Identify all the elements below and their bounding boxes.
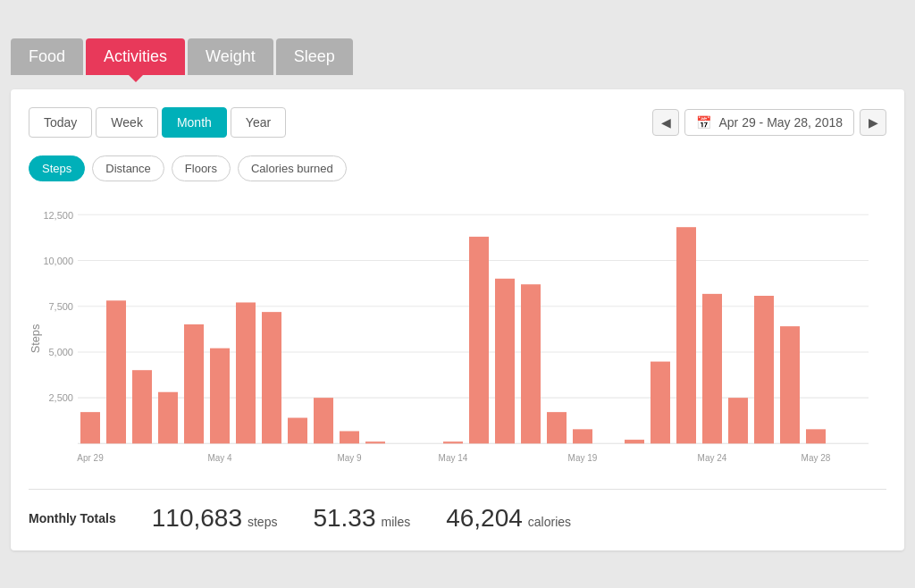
period-today[interactable]: Today	[29, 107, 92, 138]
bar-apr29	[80, 412, 100, 443]
bar-may5	[236, 302, 256, 443]
svg-text:5,000: 5,000	[48, 346, 73, 357]
bar-may25	[728, 398, 748, 443]
steps-value: 110,683	[152, 504, 242, 533]
svg-text:Steps: Steps	[29, 323, 42, 353]
main-card: Today Week Month Year ◀ 📅 Apr 29 - May 2…	[11, 89, 904, 550]
nav-tab-activities[interactable]: Activities	[86, 38, 185, 75]
bar-may3	[184, 324, 204, 443]
bar-may15	[469, 236, 489, 442]
nav-tab-weight[interactable]: Weight	[188, 38, 273, 75]
svg-text:Apr 29: Apr 29	[77, 452, 104, 462]
svg-text:May 14: May 14	[439, 452, 468, 462]
metric-tab-calories[interactable]: Calories burned	[238, 155, 347, 181]
miles-unit: miles	[382, 515, 411, 529]
date-range-display: 📅 Apr 29 - May 28, 2018	[684, 109, 854, 136]
bar-may8	[314, 398, 333, 443]
svg-text:7,500: 7,500	[48, 300, 73, 311]
calories-value: 46,204	[446, 504, 523, 533]
bar-may27	[780, 326, 800, 443]
period-year[interactable]: Year	[231, 107, 286, 138]
bar-may2	[158, 391, 178, 443]
nav-tab-food[interactable]: Food	[11, 38, 83, 75]
bar-may7	[288, 417, 307, 443]
total-miles: 51.33 miles	[313, 504, 410, 533]
metric-tab-distance[interactable]: Distance	[92, 155, 164, 181]
svg-text:May 28: May 28	[802, 452, 831, 462]
next-date-button[interactable]: ▶	[860, 109, 886, 136]
date-nav: ◀ 📅 Apr 29 - May 28, 2018 ▶	[652, 109, 886, 136]
bar-may18	[547, 412, 567, 443]
period-month[interactable]: Month	[162, 107, 227, 138]
miles-value: 51.33	[313, 504, 375, 533]
bar-may26	[754, 296, 774, 443]
bar-may1	[132, 370, 152, 443]
svg-text:May 19: May 19	[568, 452, 598, 462]
bar-may22	[651, 361, 670, 443]
bar-may28	[806, 429, 826, 443]
totals-label: Monthly Totals	[29, 511, 116, 525]
svg-text:10,000: 10,000	[43, 255, 73, 265]
calories-unit: calories	[528, 515, 571, 529]
metric-tab-steps[interactable]: Steps	[29, 155, 85, 181]
bar-apr30	[106, 300, 126, 443]
nav-tab-sleep[interactable]: Sleep	[276, 38, 353, 75]
monthly-totals: Monthly Totals 110,683 steps 51.33 miles…	[29, 489, 886, 533]
bar-may17	[521, 284, 541, 443]
svg-text:May 4: May 4	[207, 452, 231, 462]
bar-may19	[573, 429, 592, 443]
period-buttons: Today Week Month Year	[29, 107, 286, 138]
total-calories: 46,204 calories	[446, 504, 571, 533]
period-row: Today Week Month Year ◀ 📅 Apr 29 - May 2…	[29, 107, 886, 138]
calendar-icon: 📅	[696, 115, 711, 130]
bar-may4	[210, 348, 230, 443]
period-week[interactable]: Week	[96, 107, 158, 138]
bar-may9	[340, 431, 359, 443]
steps-unit: steps	[248, 515, 277, 529]
prev-date-button[interactable]: ◀	[652, 109, 679, 136]
svg-text:12,500: 12,500	[43, 209, 73, 220]
top-nav: Food Activities Weight Sleep	[11, 38, 904, 75]
bar-may23	[676, 227, 696, 443]
metric-tabs: Steps Distance Floors Calories burned	[29, 155, 886, 181]
bar-may10	[365, 441, 385, 443]
svg-text:May 24: May 24	[698, 452, 727, 462]
svg-text:May 9: May 9	[337, 452, 361, 462]
bar-may16	[495, 278, 515, 443]
bar-chart: Steps 12,500 10,000 7,500 5,000 2,500	[29, 196, 886, 482]
total-steps: 110,683 steps	[152, 504, 278, 533]
app-container: Food Activities Weight Sleep Today Week …	[11, 38, 904, 550]
bar-may6	[262, 312, 281, 443]
metric-tab-floors[interactable]: Floors	[172, 155, 231, 181]
chart-container: Steps 12,500 10,000 7,500 5,000 2,500	[29, 196, 886, 482]
bar-may14	[443, 441, 463, 443]
date-range-text: Apr 29 - May 28, 2018	[718, 115, 843, 130]
svg-text:2,500: 2,500	[48, 392, 73, 403]
bar-may21	[625, 440, 644, 443]
bar-may24	[702, 293, 722, 442]
